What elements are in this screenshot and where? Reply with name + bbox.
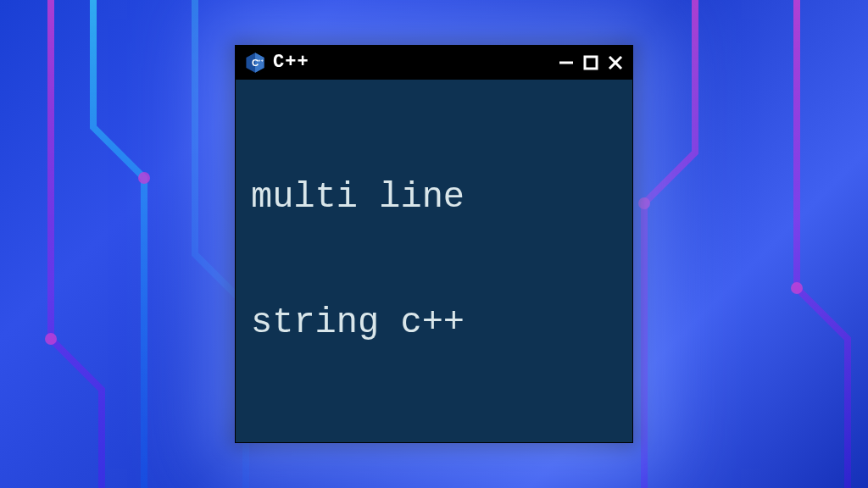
close-button[interactable]: [607, 54, 624, 71]
svg-point-0: [45, 333, 57, 345]
svg-point-1: [138, 172, 150, 184]
titlebar[interactable]: C + + C++: [236, 46, 632, 80]
maximize-button[interactable]: [583, 55, 598, 70]
terminal-body: multi line string c++: [236, 80, 632, 442]
terminal-line: multi line: [251, 177, 617, 219]
window-controls: [558, 54, 624, 71]
cpp-logo-icon: C + +: [244, 52, 266, 74]
window-title: C++: [273, 52, 551, 73]
svg-rect-10: [585, 57, 597, 69]
minimize-button[interactable]: [558, 54, 575, 71]
terminal-window: C + + C++ multi line string c++: [235, 45, 633, 443]
svg-text:+: +: [261, 58, 264, 63]
svg-point-2: [638, 197, 650, 209]
svg-text:C: C: [252, 58, 259, 68]
svg-point-3: [791, 282, 803, 294]
terminal-line: string c++: [251, 302, 617, 345]
svg-text:+: +: [258, 58, 260, 63]
